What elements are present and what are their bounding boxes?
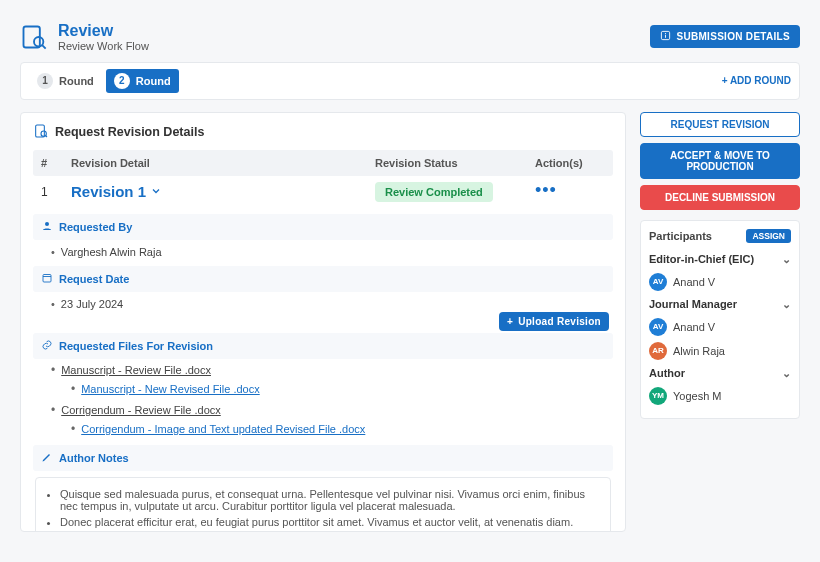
revision-row: 1 Revision 1 Review Completed ••• <box>33 176 613 208</box>
note-item: Quisque sed malesuada purus, et consequa… <box>60 486 600 514</box>
revision-panel-title: Request Revision Details <box>55 125 204 139</box>
participant-name: Alwin Raja <box>673 345 725 357</box>
review-icon <box>20 23 48 51</box>
page-title: Review <box>58 22 149 40</box>
revision-name: Revision 1 <box>71 183 146 200</box>
col-status: Revision Status <box>375 157 535 169</box>
submission-details-label: SUBMISSION DETAILS <box>676 31 790 42</box>
row-actions-menu[interactable]: ••• <box>535 180 557 200</box>
avatar: YM <box>649 387 667 405</box>
round-tab-2[interactable]: 2Round <box>106 69 179 93</box>
user-icon <box>41 220 53 234</box>
file-link[interactable]: Corrigendum - Image and Text updated Rev… <box>81 423 365 435</box>
chevron-down-icon: ⌄ <box>782 298 791 311</box>
role-label: Editor-in-Chief (EIC) <box>649 253 754 265</box>
pencil-icon <box>41 451 53 465</box>
link-icon <box>41 339 53 353</box>
add-round-button[interactable]: + ADD ROUND <box>722 75 791 86</box>
round-label: Round <box>59 75 94 87</box>
svg-point-1 <box>34 37 43 46</box>
notes-heading: Author Notes <box>33 445 613 471</box>
request-date-heading: Request Date <box>33 266 613 292</box>
calendar-icon <box>41 272 53 286</box>
round-number: 2 <box>114 73 130 89</box>
upload-revision-label: Upload Revision <box>518 316 601 327</box>
participant: ARAlwin Raja <box>649 339 791 363</box>
svg-point-7 <box>41 131 46 136</box>
file-link[interactable]: Corrigendum - Review File .docx <box>61 404 221 416</box>
role-label: Journal Manager <box>649 298 737 310</box>
details-icon <box>33 123 49 142</box>
side-panel: REQUEST REVISION ACCEPT & MOVE TO PRODUC… <box>640 112 800 532</box>
participant: AVAnand V <box>649 270 791 294</box>
assign-button[interactable]: ASSIGN <box>746 229 791 243</box>
avatar: AR <box>649 342 667 360</box>
submission-details-button[interactable]: SUBMISSION DETAILS <box>650 25 800 48</box>
participant-role[interactable]: Journal Manager⌄ <box>649 294 791 315</box>
request-date-value: 23 July 2024 <box>33 292 613 312</box>
revision-panel: Request Revision Details # Revision Deta… <box>20 112 626 532</box>
plus-icon: + <box>507 316 513 327</box>
file-link[interactable]: Manuscript - New Revised File .docx <box>81 383 260 395</box>
file-link[interactable]: Manuscript - Review File .docx <box>61 364 211 376</box>
round-label: Round <box>136 75 171 87</box>
requested-by-value: Varghesh Alwin Raja <box>33 240 613 260</box>
chevron-down-icon: ⌄ <box>782 367 791 380</box>
participant: YMYogesh M <box>649 384 791 408</box>
round-tab-1[interactable]: 1Round <box>29 69 102 93</box>
revision-expand[interactable]: Revision 1 <box>71 183 162 200</box>
role-label: Author <box>649 367 685 379</box>
page-header: Review Review Work Flow SUBMISSION DETAI… <box>20 16 800 62</box>
svg-line-2 <box>42 45 46 49</box>
row-idx: 1 <box>41 185 71 199</box>
avatar: AV <box>649 273 667 291</box>
requested-by-heading: Requested By <box>33 214 613 240</box>
note-item: Donec placerat efficitur erat, eu feugia… <box>60 514 600 530</box>
participants-card: Participants ASSIGN Editor-in-Chief (EIC… <box>640 220 800 419</box>
rounds-bar: 1Round2Round + ADD ROUND <box>20 62 800 100</box>
request-date-label: Request Date <box>59 273 129 285</box>
col-idx: # <box>41 157 71 169</box>
participant-name: Anand V <box>673 276 715 288</box>
participant: AVAnand V <box>649 315 791 339</box>
revision-table-head: # Revision Detail Revision Status Action… <box>33 150 613 176</box>
col-actions: Action(s) <box>535 157 605 169</box>
notes-label: Author Notes <box>59 452 129 464</box>
svg-rect-10 <box>43 274 51 282</box>
avatar: AV <box>649 318 667 336</box>
col-detail: Revision Detail <box>71 157 375 169</box>
accept-production-button[interactable]: ACCEPT & MOVE TO PRODUCTION <box>640 143 800 179</box>
requested-by-label: Requested By <box>59 221 132 233</box>
participants-title: Participants <box>649 230 712 242</box>
files-heading: Requested Files For Revision <box>33 333 613 359</box>
upload-revision-button[interactable]: + Upload Revision <box>499 312 609 331</box>
participant-name: Yogesh M <box>673 390 722 402</box>
files-label: Requested Files For Revision <box>59 340 213 352</box>
participant-name: Anand V <box>673 321 715 333</box>
svg-point-9 <box>45 222 49 226</box>
author-notes-box: Quisque sed malesuada purus, et consequa… <box>35 477 611 532</box>
svg-line-8 <box>46 135 47 136</box>
participant-role[interactable]: Editor-in-Chief (EIC)⌄ <box>649 249 791 270</box>
participant-role[interactable]: Author⌄ <box>649 363 791 384</box>
request-revision-button[interactable]: REQUEST REVISION <box>640 112 800 137</box>
chevron-down-icon: ⌄ <box>782 253 791 266</box>
page-subtitle: Review Work Flow <box>58 40 149 52</box>
chevron-down-icon <box>150 183 162 200</box>
decline-submission-button[interactable]: DECLINE SUBMISSION <box>640 185 800 210</box>
svg-point-5 <box>665 33 666 34</box>
status-badge: Review Completed <box>375 182 493 202</box>
info-icon <box>660 30 671 43</box>
round-number: 1 <box>37 73 53 89</box>
